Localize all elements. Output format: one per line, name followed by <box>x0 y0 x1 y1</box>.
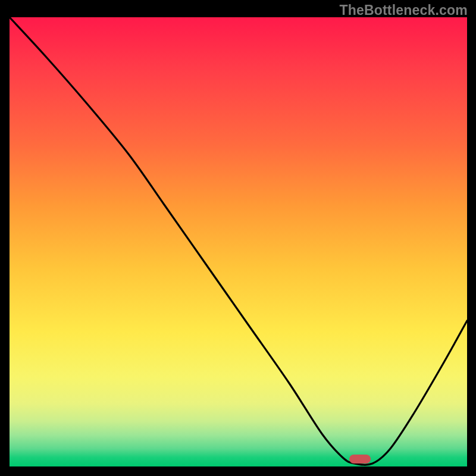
optimum-marker <box>349 455 371 464</box>
curve-path <box>10 17 467 465</box>
curve-svg <box>10 17 467 466</box>
watermark-text: TheBottleneck.com <box>339 2 468 18</box>
